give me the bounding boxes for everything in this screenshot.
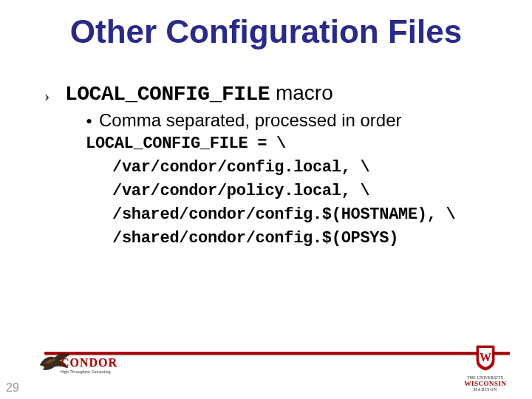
slide-title: Other Configuration Files (0, 13, 532, 50)
condor-sub: High Throughput Computing (61, 369, 111, 374)
condor-word: CONDOR (61, 356, 117, 369)
code-line-1: LOCAL_CONFIG_FILE = \ (86, 132, 495, 156)
svg-text:W: W (480, 351, 491, 364)
bullet-main: › LOCAL_CONFIG_FILE macro (44, 81, 495, 106)
slide: Other Configuration Files › LOCAL_CONFIG… (0, 0, 532, 399)
code-line-2: /var/condor/config.local, \ (112, 156, 495, 180)
bullet-main-text: LOCAL_CONFIG_FILE macro (65, 81, 333, 106)
wisconsin-crest-icon: W (474, 344, 497, 371)
bullet-sub-text: Comma separated, processed in order (99, 110, 402, 131)
code-line-5: /shared/condor/config.$(OPSYS) (112, 227, 495, 250)
wisconsin-logo: W THE UNIVERSITY WISCONSIN MADISON (460, 344, 511, 384)
wisconsin-bottom: MADISON (460, 387, 511, 392)
macro-name: LOCAL_CONFIG_FILE (65, 83, 270, 106)
chevron-icon: › (44, 88, 65, 104)
bullet-sub: • Comma separated, processed in order (86, 110, 495, 131)
macro-suffix: macro (270, 81, 333, 104)
condor-logo: CONDOR High Throughput Computing (38, 350, 127, 380)
code-line-3: /var/condor/policy.local, \ (112, 180, 495, 203)
page-number: 29 (6, 381, 19, 395)
slide-body: › LOCAL_CONFIG_FILE macro • Comma separa… (44, 81, 495, 250)
bullet-dot-icon: • (86, 112, 99, 132)
code-line-4: /shared/condor/config.$(HOSTNAME), \ (112, 203, 495, 227)
wisconsin-main: WISCONSIN (460, 380, 511, 387)
